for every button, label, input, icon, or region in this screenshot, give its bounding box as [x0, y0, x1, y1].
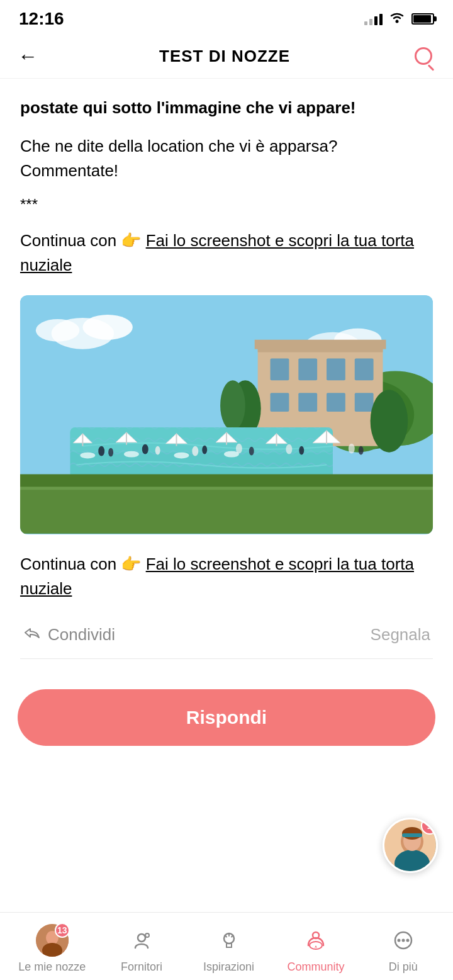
svg-point-56 — [174, 453, 189, 459]
nav-icon-wrap-ispirazioni — [213, 924, 245, 957]
svg-point-47 — [202, 446, 207, 454]
svg-point-74 — [397, 939, 400, 942]
link-prefix-1: Continua con 👉 — [20, 231, 146, 250]
status-bar: 12:16 — [0, 0, 453, 34]
svg-point-22 — [220, 381, 245, 431]
share-icon — [23, 624, 42, 646]
svg-point-55 — [124, 451, 139, 458]
nav-label-fornitori: Fornitori — [121, 960, 162, 974]
wifi-icon — [389, 11, 405, 27]
nav-item-le-mie-nozze[interactable]: 13 Le mie nozze — [18, 924, 86, 974]
svg-point-42 — [98, 446, 104, 456]
report-button[interactable]: Segnala — [371, 625, 430, 645]
separator: *** — [20, 196, 433, 213]
svg-rect-12 — [271, 359, 289, 381]
svg-rect-41 — [326, 431, 327, 444]
svg-point-75 — [401, 939, 405, 942]
rispondi-button[interactable]: Rispondi — [18, 689, 435, 746]
bold-heading: postate qui sotto l'immagine che vi appa… — [20, 96, 433, 119]
svg-rect-13 — [298, 359, 317, 381]
svg-point-53 — [359, 446, 364, 455]
svg-rect-35 — [176, 434, 177, 446]
svg-point-57 — [224, 451, 239, 458]
svg-rect-14 — [327, 359, 345, 381]
svg-point-3 — [82, 315, 133, 340]
link-line-1: Continua con 👉 Fai lo screenshot e scopr… — [20, 228, 433, 278]
nav-label-di-piu: Di più — [389, 960, 418, 974]
nav-icon-wrap-di-piu — [387, 924, 420, 957]
svg-point-67 — [138, 934, 145, 942]
svg-point-43 — [108, 448, 113, 457]
status-time: 12:16 — [19, 9, 64, 29]
nav-item-community[interactable]: Community — [284, 924, 347, 974]
svg-point-4 — [36, 319, 80, 342]
link-line-2: Continua con 👉 Fai lo screenshot e scopr… — [20, 552, 433, 601]
search-button[interactable] — [411, 44, 435, 68]
battery-icon — [411, 13, 434, 25]
status-icons — [364, 11, 434, 27]
svg-rect-20 — [255, 340, 386, 349]
svg-point-45 — [155, 446, 160, 455]
nav-label-community: Community — [288, 960, 345, 974]
svg-point-49 — [249, 447, 254, 456]
svg-point-54 — [80, 453, 95, 459]
svg-rect-39 — [276, 434, 277, 446]
body-text-1: Che ne dite della location che vi è appa… — [20, 134, 433, 183]
back-button[interactable]: ← — [18, 45, 38, 68]
avatar-badge: 1 — [421, 818, 438, 835]
svg-point-44 — [142, 444, 148, 454]
svg-rect-37 — [226, 432, 227, 445]
rispondi-section: Rispondi — [0, 677, 453, 758]
article-content: postate qui sotto l'immagine che vi appa… — [0, 79, 453, 677]
fornitori-icon — [130, 929, 153, 952]
svg-rect-16 — [271, 393, 289, 412]
signal-icon — [364, 13, 383, 25]
floating-avatar[interactable]: 1 — [383, 818, 438, 873]
nav-badge-le-mie-nozze: 13 — [55, 923, 70, 938]
nav-item-fornitori[interactable]: Fornitori — [110, 924, 173, 974]
nav-label-ispirazioni: Ispirazioni — [203, 960, 254, 974]
svg-rect-18 — [327, 393, 345, 412]
page-title: TEST DI NOZZE — [159, 47, 290, 66]
svg-rect-27 — [20, 484, 433, 534]
nav-item-di-piu[interactable]: Di più — [372, 924, 435, 974]
svg-point-51 — [299, 446, 304, 455]
svg-rect-63 — [402, 833, 422, 837]
bottom-nav: 13 Le mie nozze Fornitori — [0, 912, 453, 980]
nav-icon-wrap-fornitori — [125, 924, 158, 957]
di-piu-icon — [392, 929, 415, 952]
svg-point-0 — [396, 20, 399, 23]
search-icon — [415, 47, 432, 65]
link-prefix-2: Continua con 👉 — [20, 555, 146, 573]
header: ← TEST DI NOZZE — [0, 34, 453, 79]
svg-point-23 — [371, 390, 408, 453]
svg-point-52 — [349, 444, 355, 454]
svg-point-46 — [192, 446, 198, 456]
svg-rect-15 — [355, 359, 374, 381]
svg-rect-29 — [20, 475, 433, 487]
nav-item-ispirazioni[interactable]: Ispirazioni — [198, 924, 260, 974]
article-image — [20, 295, 433, 534]
svg-rect-33 — [126, 432, 127, 445]
nav-label-le-mie-nozze: Le mie nozze — [18, 960, 86, 974]
nav-icon-wrap-community — [299, 924, 332, 957]
svg-point-76 — [406, 939, 409, 942]
svg-rect-31 — [82, 434, 83, 446]
svg-rect-17 — [298, 393, 317, 412]
share-button[interactable]: Condividi — [23, 624, 115, 646]
svg-point-68 — [145, 933, 149, 937]
share-label: Condividi — [48, 625, 115, 645]
svg-rect-19 — [355, 393, 374, 412]
community-icon — [305, 929, 327, 952]
svg-point-50 — [286, 444, 292, 454]
ispirazioni-icon — [218, 929, 240, 952]
article-actions: Condividi Segnala — [20, 624, 433, 659]
nav-icon-wrap-le-mie-nozze: 13 — [36, 924, 69, 957]
